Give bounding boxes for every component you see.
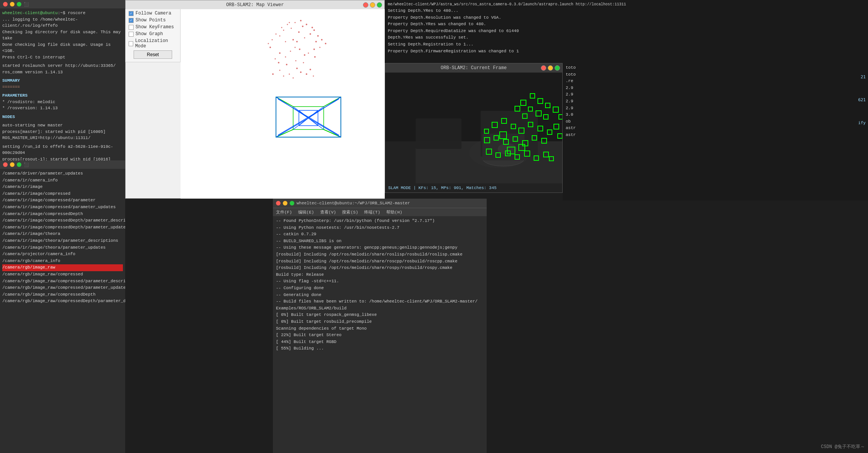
map-minimize-btn[interactable] [370, 2, 375, 8]
svg-point-3 [283, 30, 284, 31]
list-item: /camera/ir/image/compressed/parameter [2, 197, 123, 204]
list-item: /camera/rgb/camera_info [2, 258, 123, 265]
terminal-line: wheeltec-client@ubuntu:~$ roscore [2, 10, 123, 16]
build-line: Build type: Release [276, 272, 484, 278]
follow-camera-label: Follow Camera [136, 11, 171, 16]
localization-mode-checkbox[interactable] [129, 41, 133, 46]
frame-minimize-btn[interactable] [548, 65, 553, 71]
top-right-terminal: me/wheeltec-client/WPJ/astra_ws/src/ros_… [385, 0, 868, 63]
svg-point-38 [286, 64, 287, 65]
camera-trajectory-blue [276, 97, 341, 137]
list-item: /camera/ir/image/compressedDepth [2, 211, 123, 218]
show-keyframes-checkbox[interactable] [129, 25, 134, 30]
terminal-line: ======= [2, 84, 123, 91]
menu-item-edit[interactable]: 编辑(E) [298, 209, 314, 215]
terminal-close-btn[interactable] [3, 2, 8, 6]
bottom-terminal-maximize[interactable] [17, 162, 21, 167]
svg-point-14 [317, 35, 319, 37]
build-line: -- BUILD_SHARED_LIBS is on [276, 238, 484, 245]
show-graph-label: Show Graph [136, 31, 163, 37]
list-item: /camera/rgb/image_raw/compressed/paramet… [2, 278, 123, 285]
terminal-title: ⬛ [24, 2, 29, 7]
build-terminal-content: -- Found PythonInterp: /usr/bin/python (… [273, 216, 487, 354]
follow-camera-checkbox[interactable] [129, 11, 134, 16]
terminal-line: ros_comm version 1.14.13 [2, 69, 123, 76]
list-item: /camera/ir/image/theora/parameter_descri… [2, 238, 123, 244]
menu-item-search[interactable]: 搜索(S) [342, 209, 358, 215]
terminal-line: Done checking log file disk usage. Usage… [2, 42, 123, 54]
map-controls-panel: Follow Camera Show Points Show KeyFrames… [125, 9, 181, 62]
top-right-content: me/wheeltec-client/WPJ/astra_ws/src/ros_… [385, 0, 868, 63]
menu-item-file[interactable]: 文件(F) [276, 209, 292, 215]
show-graph-checkbox[interactable] [129, 32, 134, 37]
svg-point-24 [315, 41, 317, 42]
terminal-line: Setting Depth.YRes to 480... [388, 8, 865, 15]
show-points-checkbox[interactable] [129, 18, 134, 23]
right-extended-terminal: toto toto .re 2.9 2.9 2.9 2.9 3.0 ob ast… [563, 63, 868, 201]
svg-point-18 [325, 43, 326, 44]
terminal-content: wheeltec-client@ubuntu:~$ roscore ... lo… [0, 8, 125, 160]
map-maximize-btn[interactable] [377, 2, 382, 8]
terminal-line: NODES [2, 114, 123, 120]
terminal-minimize-btn[interactable] [10, 2, 15, 6]
svg-line-55 [324, 129, 341, 137]
svg-point-46 [296, 68, 298, 69]
build-line: [ 44%] Built target RGBD [276, 339, 484, 346]
svg-point-49 [313, 76, 314, 77]
svg-point-8 [306, 24, 307, 25]
svg-point-36 [314, 56, 316, 58]
build-terminal-close[interactable] [276, 201, 281, 205]
terminal-line: process[rosout-1]: started with pid [160… [2, 156, 123, 161]
build-line: Examples/ROS/ORB_SLAM2/build [276, 305, 484, 312]
terminal-line: Setting Depth.Registration to 1... [388, 41, 865, 48]
frame-status: SLAM MODE | KFs: 15, MPs: 901, Matches: … [385, 183, 562, 193]
terminal-line: auto-starting new master [2, 122, 123, 129]
list-item: /camera/ir/image/compressed/parameter_up… [2, 204, 123, 211]
show-keyframes-label: Show KeyFrames [136, 24, 174, 30]
terminal-line: .re [566, 78, 865, 85]
list-item: /camera/rgb/image_raw/compressed [2, 271, 123, 278]
frame-close-btn[interactable] [541, 65, 546, 71]
terminal-maximize-btn[interactable] [17, 2, 21, 6]
svg-point-11 [289, 22, 290, 23]
current-frame-window: ORB-SLAM2: Current Frame [385, 63, 563, 193]
build-terminal-window: wheeltec-client@ubuntu:~/WPJ/ORB_SLAM2-m… [273, 199, 487, 453]
build-terminal-maximize[interactable] [290, 201, 294, 205]
build-line: [ 0%] Built target rospack_genmsg_libexe [276, 312, 484, 319]
terminal-line: Checking log directory for disk usage. T… [2, 29, 123, 42]
svg-point-10 [300, 20, 302, 21]
list-item: /camera/ir/image [2, 184, 123, 191]
show-points-label: Show Points [136, 18, 166, 23]
svg-point-0 [298, 31, 300, 33]
frame-controls [541, 65, 560, 71]
build-line: -- Found PythonInterp: /usr/bin/python (… [276, 218, 484, 225]
bottom-terminal-close[interactable] [3, 162, 8, 167]
terminal-line: ob [566, 118, 865, 125]
reset-button[interactable]: Reset [134, 50, 173, 59]
svg-point-39 [303, 62, 304, 63]
svg-point-22 [296, 41, 298, 42]
menu-item-view[interactable]: 查看(V) [320, 209, 336, 215]
terminal-line: Property Depth.Resolution was changed to… [388, 15, 865, 21]
frame-titlebar: ORB-SLAM2: Current Frame [385, 63, 562, 73]
map-close-btn[interactable] [363, 2, 368, 8]
build-line: -- Build files have been written to: /ho… [276, 298, 484, 305]
svg-point-25 [290, 51, 291, 52]
svg-line-54 [276, 129, 293, 137]
show-graph-control: Show Graph [129, 31, 177, 37]
build-terminal-minimize[interactable] [283, 201, 287, 205]
top-left-terminal: ⬛ wheeltec-client@ubuntu:~$ roscore ... … [0, 0, 125, 160]
list-item: /camera/rgb/image_raw/compressedDepth/pa… [2, 298, 123, 305]
list-item: /camera/ir/camera_info [2, 177, 123, 184]
svg-point-16 [321, 39, 323, 40]
bottom-terminal-minimize[interactable] [10, 162, 15, 167]
build-line: [rosbuild] Including /opt/ros/melodic/sh… [276, 251, 484, 258]
build-line: [rosbuild] Including /opt/ros/melodic/sh… [276, 265, 484, 272]
menu-item-help[interactable]: 帮助(H) [386, 209, 402, 215]
svg-point-1 [291, 28, 292, 29]
terminal-line: astr [566, 132, 865, 139]
scene-background [385, 73, 562, 183]
frame-maximize-btn[interactable] [555, 65, 560, 71]
terminal-line: 2.9 [566, 105, 865, 112]
menu-item-terminal[interactable]: 终端(T) [364, 209, 380, 215]
